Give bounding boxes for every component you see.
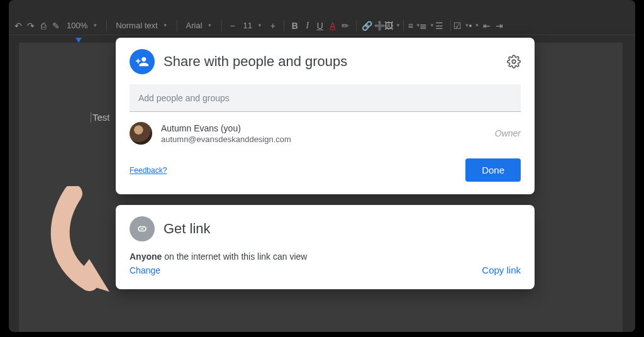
- person-add-icon: [130, 49, 155, 74]
- copy-link-button[interactable]: Copy link: [482, 265, 521, 275]
- share-dialog-header: Share with people and groups: [116, 49, 535, 78]
- settings-gear-icon[interactable]: [507, 55, 521, 69]
- annotation-arrow-icon: [48, 186, 123, 299]
- get-link-header: Get link: [130, 216, 521, 241]
- feedback-link[interactable]: Feedback?: [130, 166, 167, 175]
- change-link-permissions[interactable]: Change: [130, 265, 307, 275]
- owner-email-label: autumn@evansdeskanddesign.com: [161, 135, 486, 144]
- link-desc-anyone: Anyone: [130, 251, 162, 262]
- owner-role-label: Owner: [495, 128, 521, 138]
- get-link-card: Get link Anyone on the internet with thi…: [116, 205, 535, 289]
- link-desc-rest: on the internet with this link can view: [162, 251, 307, 262]
- owner-info: Autumn Evans (you) autumn@evansdeskandde…: [161, 123, 486, 144]
- link-icon: [130, 216, 155, 241]
- svg-point-0: [512, 60, 516, 64]
- share-dialog: Share with people and groups Add people …: [116, 38, 535, 194]
- get-link-body: Anyone on the internet with this link ca…: [130, 251, 521, 275]
- share-dialog-footer: Feedback? Done: [116, 150, 535, 194]
- done-button[interactable]: Done: [465, 158, 521, 182]
- owner-avatar: [130, 122, 152, 145]
- owner-row: Autumn Evans (you) autumn@evansdeskandde…: [116, 112, 535, 150]
- add-people-placeholder: Add people and groups: [138, 93, 230, 103]
- link-description: Anyone on the internet with this link ca…: [130, 251, 307, 262]
- share-dialog-title: Share with people and groups: [164, 53, 498, 70]
- add-people-input[interactable]: Add people and groups: [130, 84, 521, 112]
- get-link-title: Get link: [164, 221, 211, 237]
- owner-name-label: Autumn Evans (you): [161, 123, 486, 133]
